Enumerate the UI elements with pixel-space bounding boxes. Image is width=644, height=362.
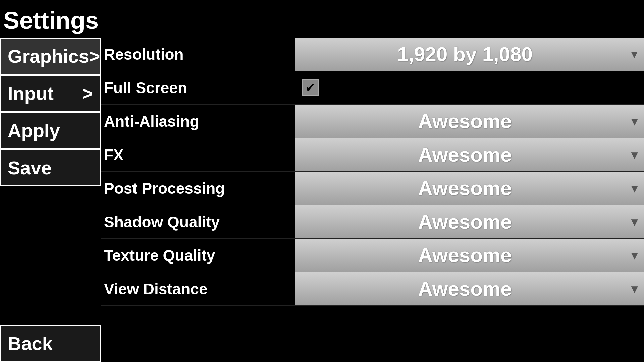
- antialiasing-label: Anti-Aliasing: [101, 112, 295, 130]
- texturequality-row: Texture Quality Awesome ▾: [101, 239, 644, 272]
- fx-value: Awesome: [302, 143, 628, 166]
- antialiasing-control[interactable]: Awesome ▾: [295, 105, 644, 138]
- back-nav-button[interactable]: Back: [0, 325, 101, 362]
- viewdistance-dropdown[interactable]: Awesome ▾: [295, 272, 644, 305]
- back-nav-area: Back: [0, 325, 101, 362]
- postprocessing-dropdown[interactable]: Awesome ▾: [295, 172, 644, 205]
- shadowquality-arrow-icon: ▾: [631, 215, 637, 229]
- fullscreen-control[interactable]: ✔: [295, 71, 644, 104]
- apply-nav-button[interactable]: Apply: [0, 112, 101, 149]
- shadowquality-row: Shadow Quality Awesome ▾: [101, 205, 644, 239]
- resolution-row: Resolution 1,920 by 1,080 ▾: [101, 38, 644, 71]
- texturequality-arrow-icon: ▾: [631, 248, 637, 262]
- viewdistance-label: View Distance: [101, 280, 295, 298]
- viewdistance-arrow-icon: ▾: [631, 282, 637, 296]
- texturequality-label: Texture Quality: [101, 246, 295, 264]
- viewdistance-value: Awesome: [302, 277, 628, 300]
- input-nav-label: Input: [8, 82, 54, 104]
- viewdistance-control[interactable]: Awesome ▾: [295, 272, 644, 305]
- left-navigation: Graphics > Input > Apply Save: [0, 38, 101, 362]
- input-nav-button[interactable]: Input >: [0, 75, 101, 112]
- resolution-dropdown[interactable]: 1,920 by 1,080 ▾: [295, 38, 644, 71]
- save-nav-button[interactable]: Save: [0, 149, 101, 186]
- fx-control[interactable]: Awesome ▾: [295, 138, 644, 171]
- shadowquality-control[interactable]: Awesome ▾: [295, 205, 644, 238]
- fullscreen-checkbox[interactable]: ✔: [302, 79, 319, 96]
- fullscreen-row: Full Screen ✔: [101, 71, 644, 105]
- graphics-nav-arrow: >: [89, 45, 100, 67]
- postprocessing-arrow-icon: ▾: [631, 181, 637, 195]
- fullscreen-label: Full Screen: [101, 79, 295, 97]
- back-nav-label: Back: [8, 333, 53, 354]
- postprocessing-value: Awesome: [302, 177, 628, 200]
- fx-row: FX Awesome ▾: [101, 138, 644, 172]
- input-nav-arrow: >: [82, 82, 93, 104]
- antialiasing-row: Anti-Aliasing Awesome ▾: [101, 105, 644, 138]
- fx-dropdown[interactable]: Awesome ▾: [295, 138, 644, 171]
- shadowquality-label: Shadow Quality: [101, 213, 295, 231]
- fx-arrow-icon: ▾: [631, 148, 637, 162]
- texturequality-dropdown[interactable]: Awesome ▾: [295, 239, 644, 272]
- postprocessing-control[interactable]: Awesome ▾: [295, 172, 644, 205]
- shadowquality-dropdown[interactable]: Awesome ▾: [295, 205, 644, 238]
- antialiasing-arrow-icon: ▾: [631, 114, 637, 128]
- antialiasing-dropdown[interactable]: Awesome ▾: [295, 105, 644, 138]
- resolution-value: 1,920 by 1,080: [302, 43, 628, 66]
- fullscreen-checkmark-icon: ✔: [305, 81, 315, 95]
- resolution-control[interactable]: 1,920 by 1,080 ▾: [295, 38, 644, 71]
- postprocessing-label: Post Processing: [101, 179, 295, 197]
- apply-nav-label: Apply: [8, 120, 60, 141]
- antialiasing-value: Awesome: [302, 110, 628, 133]
- page-title: Settings: [0, 0, 644, 38]
- postprocessing-row: Post Processing Awesome ▾: [101, 172, 644, 205]
- shadowquality-value: Awesome: [302, 210, 628, 233]
- graphics-nav-label: Graphics: [8, 45, 89, 67]
- texturequality-value: Awesome: [302, 244, 628, 267]
- save-nav-label: Save: [8, 157, 52, 179]
- fx-label: FX: [101, 146, 295, 164]
- texturequality-control[interactable]: Awesome ▾: [295, 239, 644, 272]
- resolution-label: Resolution: [101, 45, 295, 63]
- settings-area: Resolution 1,920 by 1,080 ▾ Full Screen …: [101, 38, 644, 362]
- resolution-arrow-icon: ▾: [631, 47, 637, 61]
- viewdistance-row: View Distance Awesome ▾: [101, 272, 644, 306]
- graphics-nav-button[interactable]: Graphics >: [0, 38, 101, 75]
